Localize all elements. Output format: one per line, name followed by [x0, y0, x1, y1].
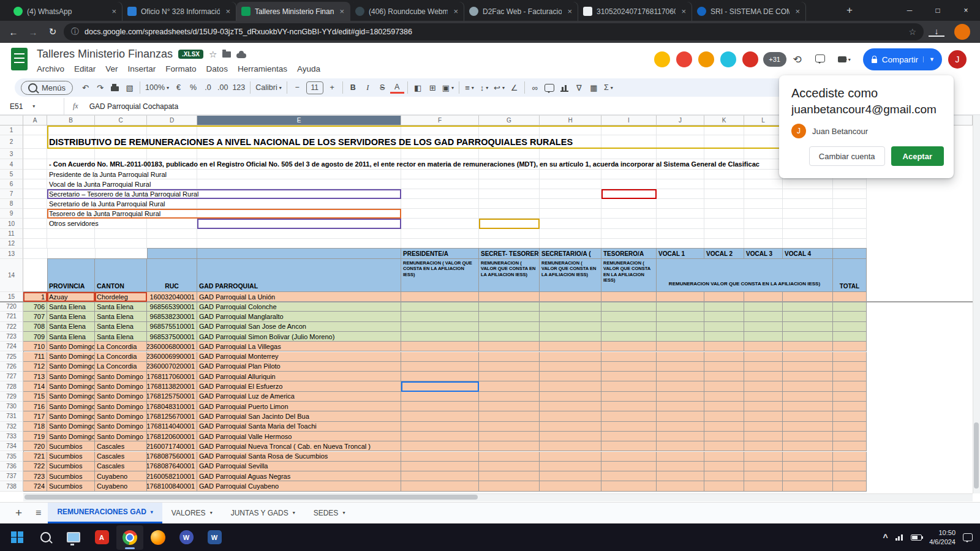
cell-E724[interactable]: GAD Parroquial La Villegas — [197, 342, 401, 351]
cell-K737[interactable] — [704, 471, 744, 481]
cell-H725[interactable] — [540, 352, 601, 362]
cell-A725[interactable]: 711 — [23, 352, 47, 362]
cell-F724[interactable] — [401, 342, 479, 351]
comments-icon[interactable] — [815, 53, 825, 66]
cell-A727[interactable]: 713 — [23, 372, 47, 381]
cell-J734[interactable] — [657, 441, 704, 451]
cell-E737[interactable]: GAD Parroquial Aguas Negras — [197, 471, 401, 481]
cell-L735[interactable] — [744, 452, 783, 462]
cell-I727[interactable] — [601, 372, 657, 381]
cell-role-B9[interactable]: Tesorero de la Junta Parroquial Rural — [49, 210, 160, 217]
cell-B721[interactable]: Santa Elena — [47, 312, 95, 321]
row-header-721[interactable]: 721 — [0, 312, 23, 321]
cell-J729[interactable] — [657, 392, 704, 402]
cell-M730[interactable] — [783, 402, 833, 411]
cell-N729[interactable] — [833, 392, 867, 402]
cell-N738[interactable] — [833, 481, 867, 491]
header14-N[interactable]: TOTAL — [833, 259, 867, 292]
column-header-G[interactable]: G — [479, 115, 540, 126]
account-avatar[interactable]: J — [948, 50, 967, 69]
cell-F734[interactable] — [401, 441, 479, 451]
cell-L722[interactable] — [744, 322, 783, 332]
row-header-727[interactable]: 727 — [0, 372, 23, 381]
cell-G729[interactable] — [479, 392, 540, 402]
cell-D736[interactable]: 1768087640001 — [147, 462, 197, 471]
cell-D720[interactable]: 968565390001 — [147, 302, 197, 312]
cell-C735[interactable]: Cascales — [95, 452, 147, 462]
accept-button[interactable]: Aceptar — [891, 146, 944, 166]
row-header-722[interactable]: 722 — [0, 322, 23, 332]
cell-G722[interactable] — [479, 322, 540, 332]
cell-C737[interactable]: Cuyabeno — [95, 471, 147, 481]
cell-B730[interactable]: Santo Domingo de los Tsáchilas — [47, 402, 95, 411]
cell-M728[interactable] — [783, 381, 833, 391]
cell-E721[interactable]: GAD Parroquial Manglaralto — [197, 312, 401, 321]
cell-N720[interactable] — [833, 302, 867, 312]
minimize-icon[interactable]: ─ — [895, 0, 924, 21]
cell-L734[interactable] — [744, 441, 783, 451]
cell-A730[interactable]: 716 — [23, 402, 47, 411]
cell-N725[interactable] — [833, 352, 867, 362]
cell-I733[interactable] — [601, 432, 657, 441]
row-header-734[interactable]: 734 — [0, 441, 23, 451]
cell-E729[interactable]: GAD Parroquial Luz de America — [197, 392, 401, 402]
cell-A734[interactable]: 720 — [23, 441, 47, 451]
computer-icon[interactable] — [60, 525, 87, 550]
cell-K721[interactable] — [704, 312, 744, 321]
insert-comment-icon[interactable] — [543, 80, 557, 95]
font-select[interactable]: Calibri▾ — [254, 80, 283, 95]
cell-D722[interactable]: 968575510001 — [147, 322, 197, 332]
menu-datos[interactable]: Datos — [202, 62, 233, 75]
cell-F725[interactable] — [401, 352, 479, 362]
cell-A729[interactable]: 715 — [23, 392, 47, 402]
functions[interactable]: Σ▾ — [601, 80, 616, 95]
cell-J732[interactable] — [657, 422, 704, 432]
zoom-select[interactable]: 100%▾ — [143, 80, 171, 95]
cell-A733[interactable]: 719 — [23, 432, 47, 441]
cell-K734[interactable] — [704, 441, 744, 451]
tab-close-icon[interactable]: × — [110, 7, 118, 16]
cell-J727[interactable] — [657, 372, 704, 381]
cell-E727[interactable]: GAD Parroquial Alluriquin — [197, 372, 401, 381]
cell-E733[interactable]: GAD Parroquial Valle Hermoso — [197, 432, 401, 441]
cell-I721[interactable] — [601, 312, 657, 321]
cell-I722[interactable] — [601, 322, 657, 332]
cell-N722[interactable] — [833, 322, 867, 332]
header14-JM[interactable]: REMUNERACION VALOR QUE CONSTA EN LA AFIL… — [657, 259, 833, 292]
cell-K723[interactable] — [704, 332, 744, 342]
sheet-tab-juntas-y-gads[interactable]: JUNTAS Y GADS▾ — [222, 503, 304, 523]
site-info-icon[interactable]: ⓘ — [71, 26, 79, 37]
cell-A721[interactable]: 707 — [23, 312, 47, 321]
bold[interactable]: B — [346, 80, 360, 95]
cell-F722[interactable] — [401, 322, 479, 332]
row-header-736[interactable]: 736 — [0, 462, 23, 471]
cell-N736[interactable] — [833, 462, 867, 471]
menus-button[interactable]: Menús — [21, 81, 73, 95]
cell-C733[interactable]: Santo Domingo — [95, 432, 147, 441]
cell-I726[interactable] — [601, 362, 657, 372]
row-header-13[interactable]: 13 — [0, 249, 23, 259]
row-header-735[interactable]: 735 — [0, 452, 23, 462]
cell-N737[interactable] — [833, 471, 867, 481]
cell-A738[interactable]: 724 — [23, 481, 47, 491]
header14-E[interactable]: GAD PARROQUIAL — [197, 259, 401, 292]
cell-N734[interactable] — [833, 441, 867, 451]
cell-F737[interactable] — [401, 471, 479, 481]
cell-C727[interactable]: Santo Domingo — [95, 372, 147, 381]
cell-H726[interactable] — [540, 362, 601, 372]
cell-G731[interactable] — [479, 411, 540, 421]
browser-tab-whatsapp[interactable]: (4) WhatsApp× — [9, 2, 123, 21]
header14-I[interactable]: REMUNERACION ( VALOR QUE CONSTA EN LA AF… — [601, 259, 657, 292]
column-header-E[interactable]: E — [197, 115, 401, 126]
cell-N735[interactable] — [833, 452, 867, 462]
row-header-729[interactable]: 729 — [0, 392, 23, 402]
collaborators-overflow-badge[interactable]: +31 — [763, 52, 786, 67]
cell-C734[interactable]: Cascales — [95, 441, 147, 451]
cell-J737[interactable] — [657, 471, 704, 481]
cell-D731[interactable]: 1768125670001 — [147, 411, 197, 421]
tab-close-icon[interactable]: × — [338, 7, 345, 16]
cell-L738[interactable] — [744, 481, 783, 491]
cell-C720[interactable]: Santa Elena — [95, 302, 147, 312]
address-bar[interactable]: ⓘ docs.google.com/spreadsheets/d/15U9-03… — [64, 23, 924, 40]
menu-ver[interactable]: Ver — [100, 62, 123, 75]
